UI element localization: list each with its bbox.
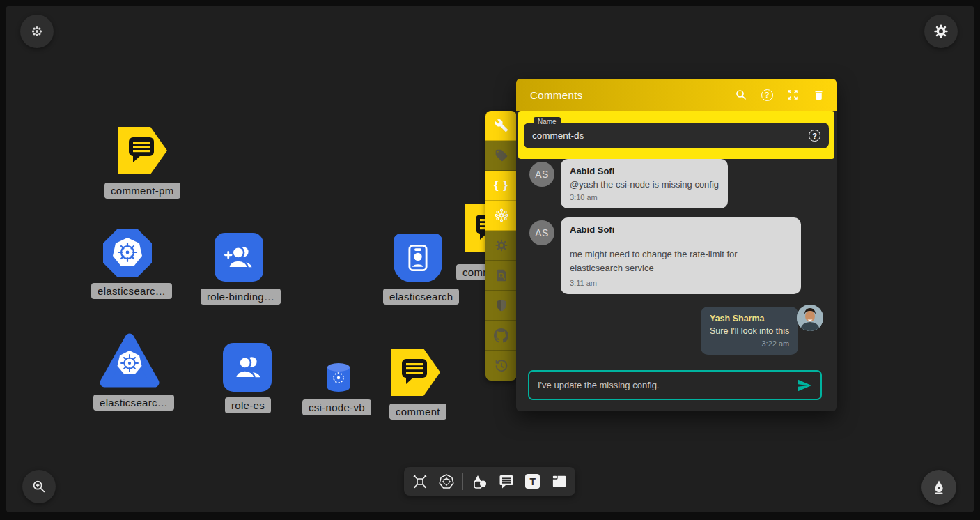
dock-divider bbox=[462, 473, 463, 490]
comments-panel: Comments ? Name bbox=[516, 79, 837, 411]
app-window: comment-pm elasticsearc… bbox=[0, 0, 980, 520]
comments-panel-header: Comments ? bbox=[516, 79, 837, 111]
node-service-account[interactable] bbox=[394, 234, 442, 282]
github-icon[interactable] bbox=[485, 321, 517, 351]
pen-tool-button[interactable] bbox=[921, 470, 956, 505]
search-icon[interactable] bbox=[734, 88, 748, 102]
node-comment-pm[interactable] bbox=[118, 127, 167, 174]
name-input-label: Name bbox=[534, 117, 561, 126]
help-icon[interactable]: ? bbox=[760, 88, 774, 102]
node-label: elasticsearc… bbox=[91, 283, 172, 299]
node-label: role-es bbox=[225, 397, 271, 413]
chat-message: Aabid Sofi me might need to change the r… bbox=[561, 217, 801, 294]
name-input-value: comment-ds bbox=[532, 130, 809, 141]
node-elasticsearch-triangle[interactable] bbox=[100, 332, 160, 388]
infrastructure-icon[interactable] bbox=[410, 471, 430, 492]
comment-tool-icon[interactable] bbox=[496, 471, 517, 492]
node-label: comment-pm bbox=[104, 183, 180, 199]
node-label: role-binding… bbox=[201, 289, 281, 305]
chat-message: Aabid Sofi @yash the csi-node is missing… bbox=[561, 159, 728, 208]
settings-gear-icon[interactable] bbox=[485, 231, 517, 261]
name-field-section: Name comment-ds ? bbox=[518, 111, 834, 159]
message-text: @yash the csi-node is missing config bbox=[570, 179, 719, 190]
panel-title: Comments bbox=[530, 89, 734, 101]
message-time: 3:22 am bbox=[710, 339, 789, 348]
note-tool-icon[interactable] bbox=[549, 471, 570, 492]
node-label: elasticsearc… bbox=[93, 395, 174, 411]
node-label: csi-node-vb bbox=[302, 399, 371, 415]
node-role-binding[interactable] bbox=[215, 233, 263, 282]
history-icon[interactable] bbox=[485, 351, 517, 381]
message-text: me might need to change the rate-limit f… bbox=[570, 247, 792, 275]
tag-icon[interactable] bbox=[485, 141, 517, 171]
message-author: Yash Sharma bbox=[710, 314, 789, 323]
name-help-icon[interactable]: ? bbox=[809, 130, 820, 142]
node-elasticsearch-octagon[interactable] bbox=[103, 229, 152, 277]
text-tool-icon[interactable]: T bbox=[522, 471, 543, 492]
message-time: 3:11 am bbox=[570, 279, 792, 287]
node-label: comment bbox=[389, 404, 446, 420]
flower-icon bbox=[30, 24, 44, 38]
gear-icon bbox=[933, 24, 949, 39]
node-role[interactable] bbox=[223, 343, 272, 392]
braces-icon[interactable]: { } bbox=[485, 171, 517, 201]
message-time: 3:10 am bbox=[570, 193, 719, 201]
pen-nib-icon bbox=[931, 479, 947, 496]
send-icon[interactable] bbox=[797, 378, 812, 393]
kubernetes-wheel-icon[interactable] bbox=[436, 471, 457, 492]
shapes-icon[interactable] bbox=[469, 471, 490, 492]
avatar-initials: AS bbox=[529, 220, 554, 245]
shape-dock: T bbox=[404, 467, 575, 496]
name-input[interactable]: Name comment-ds ? bbox=[524, 123, 829, 148]
node-comment[interactable] bbox=[391, 349, 440, 396]
kubernetes-icon[interactable] bbox=[485, 201, 517, 231]
message-text: Sure I'll look into this bbox=[710, 326, 789, 336]
shield-icon[interactable] bbox=[485, 291, 517, 321]
message-author: Aabid Sofi bbox=[570, 224, 792, 235]
avatar-initials: AS bbox=[529, 162, 554, 187]
settings-button[interactable] bbox=[924, 15, 958, 48]
comment-input-value: I've update the missing config. bbox=[538, 380, 797, 390]
avatar-photo bbox=[797, 305, 823, 331]
zoom-in-icon bbox=[31, 479, 47, 494]
expand-icon[interactable] bbox=[786, 88, 800, 102]
comment-input[interactable]: I've update the missing config. bbox=[528, 370, 822, 400]
app-menu-button[interactable] bbox=[20, 15, 54, 48]
node-storage[interactable] bbox=[327, 362, 350, 393]
doc-search-icon[interactable] bbox=[485, 261, 517, 291]
zoom-button[interactable] bbox=[22, 470, 56, 503]
node-action-toolbar: { } bbox=[485, 111, 517, 381]
delete-icon[interactable] bbox=[811, 88, 825, 102]
wrench-icon[interactable] bbox=[485, 111, 517, 141]
node-label: elasticsearch bbox=[383, 289, 459, 305]
message-author: Aabid Sofi bbox=[570, 166, 719, 176]
chat-message: Yash Sharma Sure I'll look into this 3:2… bbox=[701, 307, 798, 355]
